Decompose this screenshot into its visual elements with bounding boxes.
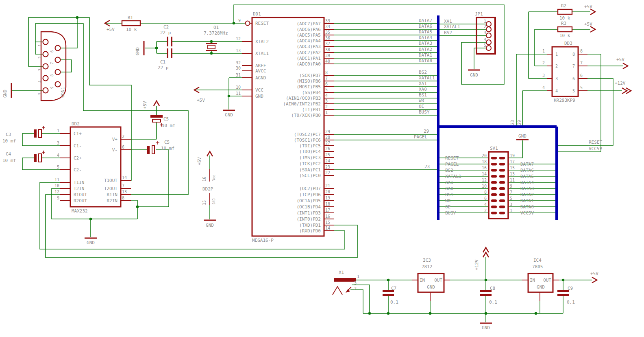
net-label: 10 mf xyxy=(161,146,174,151)
power-arrow-icon xyxy=(590,26,595,32)
sv1-pad xyxy=(491,187,497,190)
pin-name: C1- xyxy=(74,143,82,149)
net-label: DATA6 xyxy=(520,168,534,173)
net-label: PAGEL xyxy=(414,134,427,140)
net-label: XA1 xyxy=(419,81,427,86)
pin-number: 1 xyxy=(510,208,512,213)
net-label: XA1 xyxy=(444,19,452,24)
con1-pin xyxy=(43,39,48,45)
net-label: IC3 xyxy=(423,258,431,263)
pin-number: 5 xyxy=(38,93,42,95)
pin-number: 11 xyxy=(236,91,241,96)
pin-name: VCC xyxy=(255,88,263,93)
wire xyxy=(350,290,363,313)
component-shape xyxy=(333,287,342,295)
net-label: 10 k xyxy=(126,27,137,32)
net-label: XATAL1 xyxy=(444,24,460,29)
pin-number: 34 xyxy=(325,24,330,29)
pin-name: (ADC3)PA3 xyxy=(296,44,321,49)
net-label: DATA6 xyxy=(419,24,432,29)
schematic-canvas: R110 k+5VC222 pQ17,3728MHzC122 pDD1MEGA1… xyxy=(0,0,644,337)
net-label: C5 xyxy=(164,140,170,145)
net-label: GND xyxy=(135,47,140,55)
con1-pin xyxy=(43,52,48,57)
net-label: DATA2 xyxy=(419,47,432,52)
net-label: WR xyxy=(419,98,424,103)
pin-number: 8 xyxy=(580,49,583,53)
pin-number: 35 xyxy=(325,30,330,35)
net-label: PAGEL xyxy=(445,162,459,167)
r1-body xyxy=(122,21,140,26)
junction-dot xyxy=(228,95,231,98)
pin-number: 26 xyxy=(325,147,330,151)
pin-name: (ADC7)PA7 xyxy=(296,21,321,26)
jp1-pin xyxy=(486,40,491,45)
net-label: GND xyxy=(212,198,216,204)
net-label: +5V xyxy=(616,57,624,62)
pin-name: (MISO)PB6 xyxy=(296,79,321,84)
sv1-pad xyxy=(491,157,497,160)
reset-invert-circle xyxy=(246,21,250,26)
power-arrow-icon xyxy=(590,9,595,15)
pin-number: 2 xyxy=(555,64,558,68)
sv1-pad xyxy=(499,206,505,208)
net-label: X1 xyxy=(339,270,344,275)
junction-dot xyxy=(429,312,432,315)
pin-name: (TDI)PC5 xyxy=(299,143,321,149)
pin-number: 30 xyxy=(236,66,241,70)
net-label: DATA7 xyxy=(419,18,432,23)
jp1-pin xyxy=(486,46,491,50)
pin-number: 8 xyxy=(50,74,54,77)
pin-number: 40 xyxy=(325,59,330,63)
pin-number: 5 xyxy=(510,196,512,201)
pin-number: 5 xyxy=(484,43,486,48)
pin-name: (T1)PB1 xyxy=(302,107,321,112)
net-label: DATA1 xyxy=(520,198,534,204)
net-label: DD2 xyxy=(72,121,80,127)
pin-name: T2IN xyxy=(74,186,85,191)
pin-number: 13 xyxy=(510,172,515,176)
pin-number: 25 xyxy=(325,153,330,157)
sv1-pad xyxy=(491,212,497,214)
net-label: 29 xyxy=(424,129,429,134)
c3-plate xyxy=(34,129,37,138)
net-label: 23 xyxy=(510,120,515,125)
pin-number: 14 xyxy=(122,175,127,180)
net-label: KR293KP9 xyxy=(554,98,575,103)
pin-number: 32 xyxy=(236,61,241,65)
pin-name: XTAL2 xyxy=(255,39,269,44)
net-label: SV1 xyxy=(490,146,498,151)
net-label: +5V xyxy=(107,27,115,32)
pin-name: (OC2)PD7 xyxy=(299,186,321,191)
cap-plate xyxy=(383,294,394,296)
pin-number: 9 xyxy=(238,18,241,23)
pin-name: (SDA)PC1 xyxy=(299,167,321,173)
pin-number: 6 xyxy=(484,196,487,201)
net-label: +5V xyxy=(584,22,592,27)
net-label: GND xyxy=(225,112,233,118)
pin-number: 2 xyxy=(122,134,124,139)
net-label: 10 mf xyxy=(2,138,16,144)
net-label: DATA0 xyxy=(419,58,432,63)
pin-number: 1 xyxy=(484,19,486,24)
net-label: 7,3728MHz xyxy=(204,31,228,36)
c5-plate xyxy=(150,115,163,118)
x1-arrow xyxy=(346,289,350,293)
net-label: DATA7 xyxy=(520,162,534,167)
net-label: DATA5 xyxy=(419,29,432,35)
net-label: XATAL1 xyxy=(445,174,461,179)
pin-number: 11 xyxy=(510,178,515,182)
sv1-pad xyxy=(499,175,505,178)
pin-number: 13 xyxy=(236,48,241,53)
sv1-pad xyxy=(499,193,505,196)
net-label: +5V xyxy=(142,101,148,109)
pin-name: R2OUT xyxy=(74,198,87,204)
pin-number: 16 xyxy=(482,166,487,170)
pin-name: (INT1)PD3 xyxy=(296,210,321,216)
pin-name: (TOSC2)PC7 xyxy=(294,132,321,137)
pin-number: 29 xyxy=(325,129,330,134)
net-label: DATA2 xyxy=(520,192,534,197)
sv1-pad xyxy=(491,181,497,184)
pin-name: (INT0)PD2 xyxy=(296,217,321,222)
net-label: DATA0 xyxy=(520,204,534,210)
